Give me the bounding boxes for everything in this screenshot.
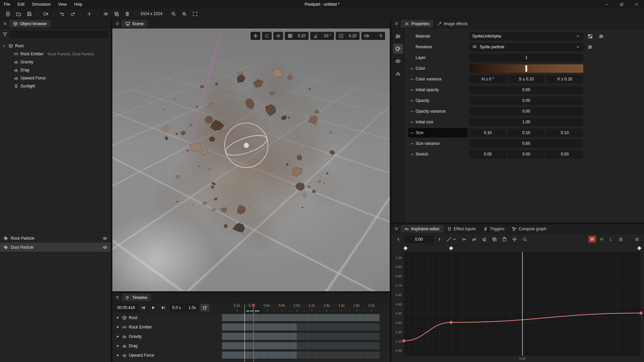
- property-label-cell[interactable]: Opacity variance: [408, 107, 468, 116]
- stretch-field-1[interactable]: 0.00: [508, 150, 545, 159]
- timeline-track[interactable]: [222, 314, 380, 321]
- section-visibility[interactable]: [393, 56, 403, 66]
- tab-compute-graph[interactable]: Compute graph: [508, 225, 550, 233]
- object-filter-input[interactable]: [10, 31, 108, 38]
- property-label-cell[interactable]: Color variance: [408, 74, 468, 84]
- tree-item-upward-force[interactable]: Upward Force: [0, 74, 111, 82]
- keyframe-diamond[interactable]: [403, 246, 408, 250]
- particle-type-rock-particle[interactable]: Rock Particle: [0, 234, 111, 243]
- timeline-row-header[interactable]: ▶Gravity: [112, 334, 222, 339]
- keyframe-indicator[interactable]: [408, 67, 416, 70]
- size-field-1[interactable]: 0.10: [508, 129, 545, 137]
- pan-tool-button[interactable]: [510, 235, 519, 243]
- axis-h-button[interactable]: H: [598, 236, 605, 243]
- property-label-cell[interactable]: Initial size: [408, 117, 468, 127]
- panel-collapse-icon[interactable]: [393, 20, 400, 27]
- material-dropdown[interactable]: SpriteUnlitAlpha: [469, 32, 583, 41]
- duplicate-object-button[interactable]: [111, 10, 121, 18]
- timeline-clip[interactable]: [222, 314, 380, 321]
- gradient-handle[interactable]: [525, 65, 528, 72]
- keyframe-diamond[interactable]: [637, 246, 642, 250]
- particle-type-dust-particle[interactable]: Dust Particle: [0, 243, 111, 252]
- tree-item-drag[interactable]: Drag: [0, 66, 111, 74]
- tab-object-browser[interactable]: Object browser: [9, 20, 51, 27]
- sliders-button[interactable]: [586, 43, 594, 51]
- size-field-0[interactable]: 0.10: [469, 129, 506, 137]
- keyframe-menu-button[interactable]: [633, 235, 641, 243]
- section-forces[interactable]: [393, 68, 403, 78]
- property-label-cell[interactable]: Renderer: [408, 42, 468, 52]
- rotation-step-field[interactable]: 10 °: [310, 32, 334, 40]
- expand-arrow-icon[interactable]: ▶: [116, 335, 120, 338]
- keyframe-value-field[interactable]: 0.00: [404, 235, 434, 243]
- toggle-visibility-button[interactable]: [101, 10, 111, 18]
- expand-arrow-icon[interactable]: ▶: [116, 316, 120, 319]
- keyframe-indicator[interactable]: [408, 142, 416, 145]
- property-label-cell[interactable]: Size variance: [408, 139, 468, 148]
- new-file-button[interactable]: [3, 10, 13, 18]
- tree-item-sunlight[interactable]: Sunlight: [0, 82, 111, 90]
- menu-file[interactable]: File: [0, 0, 14, 9]
- expand-arrow-icon[interactable]: ▼: [2, 45, 6, 48]
- opacity-field[interactable]: 0.00: [469, 97, 583, 105]
- stretch-field-0[interactable]: 0.00: [469, 150, 506, 159]
- mirror-tool-button[interactable]: [273, 32, 283, 40]
- keyframe-indicator[interactable]: [408, 77, 416, 81]
- tab-keyframe-editor[interactable]: Keyframe editor: [401, 225, 443, 233]
- scene-viewport[interactable]: 0.1010 °0.100: [112, 28, 390, 291]
- panel-collapse-icon[interactable]: [114, 20, 121, 27]
- property-label-cell[interactable]: Stretch: [408, 149, 468, 159]
- size-variance-field[interactable]: 0.50: [469, 139, 583, 148]
- timeline-track[interactable]: [222, 352, 380, 359]
- timeline-row-header[interactable]: ▶Upward Force: [112, 353, 222, 358]
- keyframe-point[interactable]: [640, 312, 643, 315]
- skip-to-start-button[interactable]: [139, 304, 148, 311]
- color-variance-field-1[interactable]: S ± 0.10: [508, 75, 545, 83]
- color-variance-field-0[interactable]: H ± 0 °: [469, 75, 506, 83]
- save-file-button[interactable]: [24, 10, 34, 18]
- property-label-cell[interactable]: Initial opacity: [408, 85, 468, 95]
- opacity-variance-field[interactable]: 0.00: [469, 107, 583, 116]
- keyframe-indicator[interactable]: [408, 110, 416, 113]
- delete-object-button[interactable]: [122, 10, 132, 18]
- color-gradient-field[interactable]: [469, 64, 583, 73]
- renderer-dropdown[interactable]: Sprite particle: [469, 43, 583, 51]
- keyframe-indicator[interactable]: [408, 88, 416, 92]
- curve-plot[interactable]: [404, 252, 641, 356]
- property-label-cell[interactable]: Opacity: [408, 96, 468, 105]
- tree-item-rock-emitter[interactable]: Rock EmitterRock Particle, Dust Particle: [0, 50, 111, 58]
- previous-keyframe-button[interactable]: [394, 235, 403, 243]
- play-button[interactable]: [149, 304, 158, 311]
- stretch-field-2[interactable]: 0.00: [546, 150, 583, 159]
- timeline-track[interactable]: [222, 342, 380, 349]
- axis-l-button[interactable]: L: [607, 236, 615, 243]
- color-variance-field-2[interactable]: V ± 0.10: [546, 75, 583, 83]
- panel-collapse-icon[interactable]: [114, 294, 121, 301]
- grid-size-field[interactable]: 0.10: [285, 32, 309, 40]
- property-label-cell[interactable]: Layer: [408, 53, 468, 62]
- skip-to-end-button[interactable]: [159, 304, 168, 311]
- close-button[interactable]: [629, 0, 644, 9]
- zoom-in-button[interactable]: [179, 10, 189, 18]
- visibility-toggle[interactable]: [103, 245, 107, 250]
- fit-view-button[interactable]: [190, 10, 200, 18]
- menu-edit[interactable]: Edit: [14, 0, 28, 9]
- lock-axis-button[interactable]: [616, 235, 625, 243]
- zoom-tool-button[interactable]: [520, 235, 529, 243]
- paste-keyframes-button[interactable]: [500, 235, 509, 243]
- keyframe-point[interactable]: [402, 339, 406, 342]
- menu-help[interactable]: Help: [70, 0, 86, 9]
- playhead[interactable]: [253, 304, 254, 362]
- move-tool-button[interactable]: [251, 32, 260, 40]
- scale-step-field[interactable]: 0.10: [336, 32, 360, 40]
- next-keyframe-button[interactable]: [435, 235, 444, 243]
- keyframe-indicator[interactable]: [408, 153, 416, 156]
- property-label-cell[interactable]: Size: [408, 128, 468, 137]
- scrub-line[interactable]: 00:00:300: [245, 304, 245, 362]
- sliders-button[interactable]: [597, 32, 605, 41]
- minimize-button[interactable]: [600, 0, 614, 9]
- tree-item-gravity[interactable]: Gravity: [0, 58, 111, 66]
- interpolation-dropdown[interactable]: [445, 235, 459, 243]
- visibility-toggle[interactable]: [103, 236, 107, 241]
- maximize-button[interactable]: [614, 0, 629, 9]
